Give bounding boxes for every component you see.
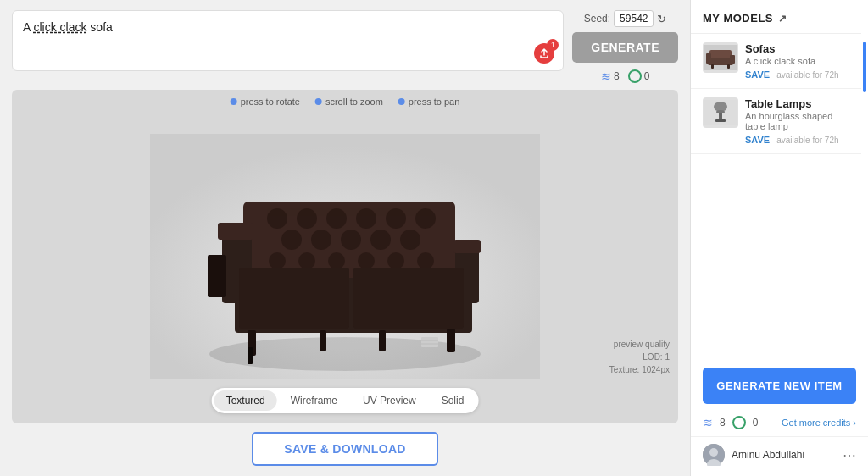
prompt-text: A click clack sofa bbox=[23, 19, 553, 36]
available-sofas-text: available for 72h bbox=[776, 70, 838, 80]
prompt-icons: 1 bbox=[534, 43, 554, 64]
stacks-count: 8 bbox=[614, 70, 620, 82]
svg-rect-24 bbox=[453, 240, 481, 253]
svg-point-49 bbox=[709, 448, 718, 457]
model-desc-lamps: An hourglass shaped table lamp bbox=[745, 111, 849, 131]
svg-point-8 bbox=[386, 208, 406, 229]
lod-label: LOD: 1 bbox=[609, 351, 670, 363]
hint-zoom: scroll to zoom bbox=[315, 97, 383, 107]
viewport[interactable]: press to rotate scroll to zoom press to … bbox=[12, 90, 678, 423]
svg-point-19 bbox=[387, 252, 404, 269]
tab-uv-preview[interactable]: UV Preview bbox=[351, 390, 428, 411]
pan-dot bbox=[398, 98, 405, 105]
left-panel: A click clack sofa 1 Seed: 59542 ↻ bbox=[0, 0, 690, 476]
svg-rect-47 bbox=[715, 119, 726, 122]
svg-rect-22 bbox=[218, 223, 253, 240]
bottom-stacks-count: 8 bbox=[720, 417, 726, 429]
svg-point-5 bbox=[297, 208, 317, 229]
prompt-box[interactable]: A click clack sofa 1 bbox=[12, 10, 564, 71]
bottom-stack-icon: ≋ bbox=[703, 416, 713, 429]
svg-rect-41 bbox=[711, 64, 714, 69]
svg-point-7 bbox=[356, 208, 376, 229]
scrollbar-indicator bbox=[863, 42, 866, 92]
my-models-title: MY MODELS bbox=[703, 12, 773, 25]
texture-label: Texture: 1024px bbox=[609, 363, 670, 376]
hint-pan: press to pan bbox=[398, 97, 460, 107]
svg-point-46 bbox=[716, 110, 725, 113]
svg-point-17 bbox=[328, 252, 345, 269]
user-row: Aminu Abdullahi ⋯ bbox=[691, 436, 868, 476]
stack-icon: ≋ bbox=[601, 69, 611, 83]
svg-point-10 bbox=[281, 230, 302, 250]
top-bar: A click clack sofa 1 Seed: 59542 ↻ bbox=[12, 10, 678, 83]
svg-rect-40 bbox=[730, 55, 735, 64]
generate-button[interactable]: GENERATE bbox=[572, 32, 678, 63]
save-download-button[interactable]: SAVE & DOWNLOAD bbox=[252, 432, 437, 466]
seed-label: Seed: bbox=[584, 13, 610, 25]
model-info-sofas: Sofas A click clack sofa SAVE available … bbox=[745, 42, 849, 80]
svg-point-6 bbox=[326, 208, 347, 229]
svg-rect-32 bbox=[379, 330, 386, 351]
svg-point-15 bbox=[269, 252, 286, 269]
rotate-dot bbox=[231, 98, 237, 105]
preview-info: preview quality LOD: 1 Texture: 1024px bbox=[609, 338, 670, 376]
svg-point-12 bbox=[341, 230, 361, 250]
model-list: Sofas A click clack sofa SAVE available … bbox=[691, 33, 861, 195]
save-lamps-link[interactable]: SAVE bbox=[745, 135, 770, 145]
hint-zoom-text: scroll to zoom bbox=[326, 97, 383, 107]
bottom-credits: ≋ 8 0 Get more credits › bbox=[691, 411, 868, 436]
seed-value[interactable]: 59542 bbox=[614, 10, 654, 27]
hint-rotate: press to rotate bbox=[231, 97, 300, 107]
model-desc-sofas: A click clack sofa bbox=[745, 56, 849, 66]
svg-point-16 bbox=[298, 252, 315, 269]
zoom-dot bbox=[315, 98, 322, 105]
circle-count: 0 bbox=[644, 70, 650, 82]
svg-point-13 bbox=[370, 230, 391, 250]
more-options-icon[interactable]: ⋯ bbox=[843, 447, 856, 463]
refresh-icon[interactable]: ↻ bbox=[657, 13, 666, 25]
underlined-word: click clack bbox=[33, 20, 86, 34]
tab-textured[interactable]: Textured bbox=[214, 390, 277, 411]
tab-solid[interactable]: Solid bbox=[430, 390, 476, 411]
viewport-hints: press to rotate scroll to zoom press to … bbox=[231, 97, 460, 107]
svg-point-14 bbox=[400, 230, 420, 250]
model-thumb-lamps bbox=[703, 97, 738, 128]
svg-point-18 bbox=[358, 252, 375, 269]
right-controls: Seed: 59542 ↻ GENERATE ≋ 8 0 bbox=[572, 10, 678, 83]
hint-rotate-text: press to rotate bbox=[241, 97, 300, 107]
bottom-circle-icon bbox=[732, 416, 746, 429]
right-panel: MY MODELS ↗ Sofas bbox=[690, 0, 868, 476]
notification-badge: 1 bbox=[547, 39, 559, 51]
model-actions-sofas: SAVE available for 72h bbox=[745, 69, 849, 80]
circle-credits: 0 bbox=[628, 69, 650, 83]
svg-point-20 bbox=[417, 252, 434, 269]
svg-point-9 bbox=[415, 208, 436, 229]
preview-quality-label: preview quality bbox=[609, 338, 670, 351]
model-info-lamps: Table Lamps An hourglass shaped table la… bbox=[745, 97, 849, 145]
circle-icon bbox=[628, 69, 642, 83]
username-label: Aminu Abdullahi bbox=[732, 449, 836, 461]
tab-wireframe[interactable]: Wireframe bbox=[279, 390, 349, 411]
model-list-wrapper: Sofas A click clack sofa SAVE available … bbox=[691, 33, 868, 195]
svg-rect-25 bbox=[208, 255, 226, 297]
svg-rect-26 bbox=[239, 268, 349, 329]
stacks-credits: ≋ 8 bbox=[601, 69, 620, 83]
avatar bbox=[703, 444, 725, 466]
svg-rect-38 bbox=[709, 50, 732, 58]
svg-rect-27 bbox=[353, 268, 464, 329]
external-link-icon[interactable]: ↗ bbox=[778, 13, 787, 25]
get-more-credits-link[interactable]: Get more credits › bbox=[782, 418, 856, 428]
top-credits-row: ≋ 8 0 bbox=[601, 69, 649, 83]
model-item-sofas[interactable]: Sofas A click clack sofa SAVE available … bbox=[691, 34, 861, 89]
generate-new-item-button[interactable]: GENERATE NEW ITEM bbox=[703, 368, 856, 404]
save-sofas-link[interactable]: SAVE bbox=[745, 69, 770, 80]
model-name-lamps: Table Lamps bbox=[745, 97, 849, 110]
bottom-circles-count: 0 bbox=[753, 417, 759, 429]
upload-badge: 1 bbox=[534, 43, 554, 64]
model-item-lamps[interactable]: Table Lamps An hourglass shaped table la… bbox=[691, 89, 861, 154]
view-tabs: Textured Wireframe UV Preview Solid bbox=[212, 388, 479, 413]
save-download-row: SAVE & DOWNLOAD bbox=[12, 432, 678, 466]
seed-row: Seed: 59542 ↻ bbox=[584, 10, 667, 27]
available-lamps-text: available for 72h bbox=[776, 136, 838, 145]
svg-rect-42 bbox=[727, 64, 730, 69]
